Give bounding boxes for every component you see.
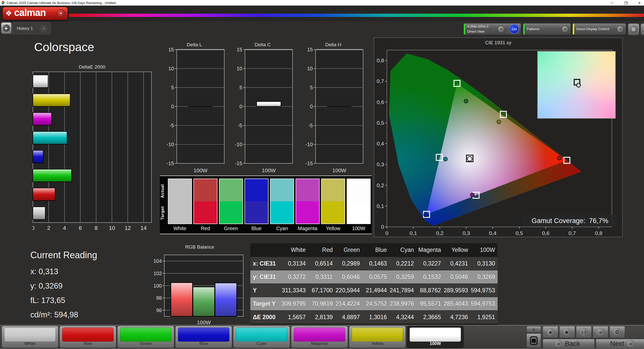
rgb-balance-chart-title: RGB Balance (152, 244, 248, 250)
pattern-button-white[interactable]: White (2, 326, 58, 348)
chevrons-right-icon: » (627, 340, 634, 347)
svg-text:10: 10 (307, 66, 313, 71)
svg-text:-10: -10 (235, 142, 242, 147)
close-icon[interactable]: ✕ (637, 1, 641, 5)
svg-text:0,5: 0,5 (516, 230, 523, 236)
table-cell: 2,3665 (416, 314, 443, 321)
swatch-target (194, 201, 217, 224)
minimize-icon[interactable] (610, 1, 614, 5)
meter-chevron-down-icon[interactable]: ▼ (498, 26, 505, 33)
reading-x: x: 0,313 (30, 267, 58, 276)
table-row: Target Y309,979570,9819214,422424,575223… (250, 297, 498, 311)
swatch-column-green (219, 179, 243, 224)
pattern-button-green[interactable]: Green (117, 326, 174, 348)
pattern-button-magenta[interactable]: Magenta (291, 326, 348, 348)
deltae-bar-blue (33, 150, 43, 163)
step-button[interactable]: [··] (576, 326, 592, 338)
chevron-up-icon: ▲ (532, 328, 535, 331)
tab-history-1[interactable]: History 1 (12, 22, 37, 35)
svg-text:0,6: 0,6 (542, 230, 549, 236)
display-control[interactable]: Direct Display Control ▼ (572, 23, 626, 35)
step-icon: [··] (580, 328, 588, 336)
pattern-label: Red (60, 341, 116, 346)
table-row-label: Y (250, 287, 281, 294)
pattern-swatch (178, 328, 229, 342)
swatch-target (168, 201, 191, 224)
brand-band (0, 6, 644, 21)
add-tab-button[interactable]: + (37, 22, 51, 35)
svg-text:2: 2 (47, 225, 50, 231)
stop-button[interactable]: ■ (543, 326, 558, 338)
pattern-button-yellow[interactable]: Yellow (349, 326, 406, 348)
svg-text:0: 0 (381, 224, 384, 230)
svg-text:10: 10 (168, 66, 174, 71)
svg-text:0,3: 0,3 (377, 161, 384, 167)
patterns-control[interactable]: Patterns ▼ (523, 23, 571, 35)
pattern-label: Cyan (233, 341, 290, 346)
svg-text:0,1: 0,1 (377, 203, 384, 209)
sidebar-expander-button[interactable]: ▶ (1, 22, 12, 34)
window-titlebar: Calman 2025 Calman Ultimate for Business… (0, 0, 644, 6)
delta-l-chart: -15-10-5051015100W (164, 47, 225, 175)
swatch-label-100w: 100W (346, 226, 371, 231)
pattern-button-cyan[interactable]: Cyan (233, 326, 290, 348)
cie-1931-panel: CIE 1931 xy 00,10,20,30,40,50,60,70,800,… (374, 37, 623, 237)
swatch-actual (245, 179, 268, 201)
back-button[interactable]: « Back (543, 339, 595, 348)
pattern-swatch (120, 328, 171, 342)
calman-menu-button[interactable]: ❖ calman ▼ (3, 7, 68, 20)
loop-button[interactable]: ∞ (593, 326, 608, 338)
table-cell: 2,8139 (308, 314, 335, 321)
plus-icon: + (40, 25, 48, 32)
svg-text:15: 15 (237, 47, 242, 52)
gamut-coverage-label: Gamut Coverage: (531, 217, 585, 225)
svg-text:0: 0 (171, 104, 174, 109)
svg-text:102: 102 (153, 271, 162, 276)
table-cell: 311,3343 (281, 287, 308, 294)
svg-text:100W: 100W (194, 167, 208, 173)
inset-measured-circle-marker (576, 83, 581, 88)
table-cell: 24,5752 (362, 300, 389, 307)
pattern-button-blue[interactable]: Blue (175, 326, 232, 348)
svg-text:15: 15 (307, 47, 313, 52)
pattern-label: Green (118, 341, 174, 346)
table-cell: 214,4224 (335, 300, 362, 307)
svg-text:0,3: 0,3 (463, 230, 470, 236)
reading-y: y: 0,3269 (30, 281, 63, 291)
meter-control[interactable]: X-Rite i1Pro 2Direct View ▼ 234 (463, 23, 521, 35)
restore-icon[interactable] (624, 1, 628, 5)
table-row: ΔE 20001,56572,81394,88971,30164,32442,3… (250, 311, 498, 324)
delta-h-chart: -15-10-5051015100W (303, 47, 364, 175)
table-cell: 1,9251 (471, 314, 498, 321)
swatch-target (296, 201, 319, 224)
swatch-actual (296, 179, 319, 201)
svg-text:-10: -10 (305, 142, 313, 147)
table-row-label: ΔE 2000 (250, 314, 281, 321)
svg-text:98: 98 (156, 295, 162, 301)
pattern-label: Blue (175, 341, 232, 346)
table-cell: 0,1463 (362, 260, 389, 267)
table-cell: 1,5657 (281, 314, 308, 321)
swatch-label-cyan: Cyan (270, 226, 295, 231)
delta-h-chart-title: Delta H (303, 42, 364, 48)
table-cell: 0,3134 (281, 260, 308, 267)
table-row-label: x: CIE31 (250, 260, 281, 267)
swatch-label-red: Red (193, 226, 218, 231)
pattern-window-button[interactable] (526, 333, 541, 348)
rgb-balance-chart: 9698100102104100W (151, 249, 250, 326)
play-button[interactable]: ▶ (559, 326, 575, 338)
pattern-window-up-button[interactable]: ▲ (526, 326, 541, 333)
patterns-chevron-down-icon[interactable]: ▼ (562, 26, 569, 33)
swatch-column-white (168, 179, 192, 224)
svg-text:-10: -10 (167, 142, 174, 147)
next-button[interactable]: Next » (596, 339, 644, 348)
collapse-panel-button[interactable]: ◀ (640, 23, 644, 35)
pattern-button-red[interactable]: Red (59, 326, 116, 348)
pattern-button-100w[interactable]: 100W (407, 326, 464, 348)
display-chevron-down-icon[interactable]: ▼ (617, 26, 624, 33)
svg-text:14: 14 (140, 225, 146, 231)
settings-button[interactable]: ⚙ (628, 23, 639, 35)
svg-text:0,8: 0,8 (595, 230, 602, 236)
refresh-button[interactable] (609, 326, 625, 338)
swatch-target (219, 201, 242, 224)
